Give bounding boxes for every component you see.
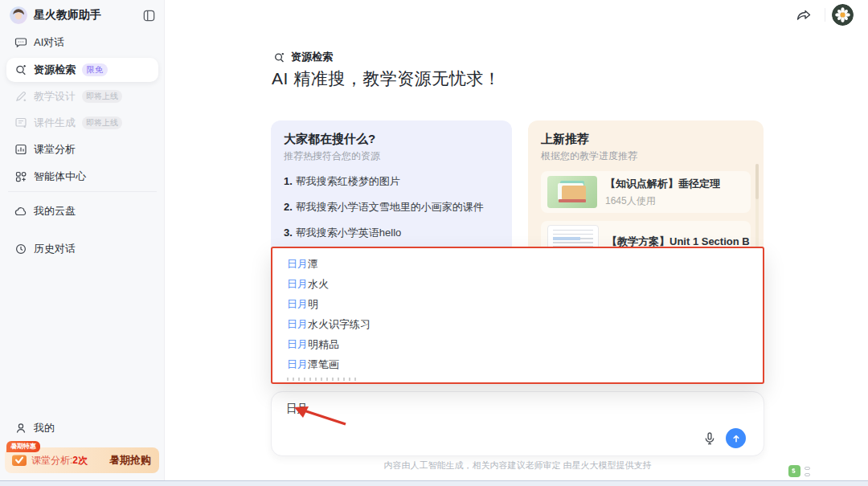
hot-card-title: 大家都在搜什么?: [284, 132, 499, 147]
ai-disclaimer: 内容由人工智能生成，相关内容建议老师审定 由星火大模型提供支持: [271, 459, 764, 472]
hot-item-number: 1.: [284, 175, 293, 187]
free-badge: 限免: [82, 63, 108, 76]
promo-text: 课堂分析:2次: [31, 454, 88, 468]
clipped-suggestion-row: [287, 378, 359, 381]
promo-banner[interactable]: 暑期特惠 课堂分析:2次 暑期抢购: [5, 447, 159, 473]
card-scrollbar[interactable]: [755, 164, 759, 254]
chat-icon: [14, 36, 27, 49]
hot-item-number: 3.: [284, 227, 293, 239]
person-icon: [14, 422, 27, 435]
suggestion-item[interactable]: 日月明: [287, 294, 763, 314]
sidebar-item-mine[interactable]: 我的: [6, 416, 158, 440]
sidebar-item-resource-search[interactable]: 资源检索 限免: [6, 58, 158, 82]
suggestion-dropdown annotation-box: 日月潭 日月水火 日月明 日月水火识字练习 日月明精品 日月潭笔画: [271, 247, 764, 384]
suggestion-item[interactable]: 日月潭: [287, 254, 763, 274]
cloud-icon: [14, 205, 27, 218]
sidebar-item-label: 我的: [34, 421, 55, 435]
suggestion-highlight: 日月: [287, 257, 308, 272]
new-card-subtitle: 根据您的教学进度推荐: [541, 149, 751, 163]
send-button[interactable]: [726, 428, 746, 448]
recommend-item-title: 【知识点解析】垂径定理: [605, 177, 720, 191]
widget-handle-icon[interactable]: [805, 467, 811, 476]
breadcrumb: 资源检索: [273, 50, 333, 64]
suggestion-text: 明精品: [308, 337, 339, 352]
sidebar-item-ai-chat[interactable]: AI对话: [6, 31, 158, 55]
slides-icon: [14, 116, 27, 129]
page-title: AI 精准搜，教学资源无忧求！: [272, 67, 501, 90]
agent-grid-icon: [14, 170, 27, 183]
suggestion-highlight: 日月: [287, 277, 308, 292]
sidebar-item-label: 课堂分析: [34, 142, 76, 157]
suggestion-item[interactable]: 日月潭笔画: [287, 354, 763, 374]
new-card-title: 上新推荐: [541, 132, 751, 147]
pencil-icon: [14, 90, 27, 103]
mic-icon[interactable]: [702, 431, 717, 446]
hot-item-text: 帮我搜索小学英语hello: [296, 227, 401, 239]
suggestion-text: 潭笔画: [308, 357, 339, 372]
suggestion-item[interactable]: 日月明精品: [287, 334, 763, 354]
topbar-divider: [825, 8, 825, 22]
sidebar-item-label: 历史对话: [34, 242, 76, 256]
chart-icon: [14, 143, 27, 156]
sidebar: 星火教师助手 AI对话 资源检索 限免 教学设计 即将上线 课件生成 即将上线: [0, 0, 165, 481]
app-logo: [10, 6, 27, 24]
share-icon[interactable]: [794, 6, 813, 26]
suggestion-text: 明: [308, 297, 318, 312]
history-clock-icon: [14, 243, 27, 255]
recommend-item-usage: 1645人使用: [605, 194, 720, 208]
suggestion-highlight: 日月: [287, 357, 308, 372]
logo-row: 星火教师助手: [10, 5, 156, 26]
suggestion-text: 水火: [308, 277, 329, 292]
hot-search-item[interactable]: 2.帮我搜索小学语文雪地里的小画家的课件: [284, 200, 499, 214]
suggestion-item[interactable]: 日月水火: [287, 274, 763, 294]
sidebar-collapse-icon[interactable]: [142, 9, 156, 22]
sidebar-item-classroom-analysis[interactable]: 课堂分析: [6, 137, 158, 161]
suggestion-highlight: 日月: [287, 317, 308, 332]
hot-search-item[interactable]: 1.帮我搜索红楼梦的图片: [284, 174, 499, 189]
floating-widget[interactable]: [788, 465, 811, 477]
promo-tag: 暑期特惠: [6, 441, 40, 452]
suggestion-text: 水火识字练习: [308, 317, 371, 332]
coming-soon-badge: 即将上线: [82, 90, 122, 103]
hot-search-card: 大家都在搜什么? 推荐热搜符合您的资源 1.帮我搜索红楼梦的图片 2.帮我搜索小…: [271, 120, 512, 261]
suggestion-item[interactable]: 日月水火识字练习: [287, 314, 763, 334]
sidebar-item-teaching-design[interactable]: 教学设计 即将上线: [6, 84, 158, 108]
search-input[interactable]: 日月: [271, 391, 764, 456]
recommend-item[interactable]: 【知识点解析】垂径定理 1645人使用: [541, 171, 751, 213]
hot-item-text: 帮我搜索红楼梦的图片: [296, 175, 400, 187]
app-window: 星火教师助手 AI对话 资源检索 限免 教学设计 即将上线 课件生成 即将上线: [0, 0, 868, 486]
coming-soon-badge: 即将上线: [82, 116, 122, 129]
sidebar-item-label: 资源检索: [34, 63, 76, 77]
sidebar-divider: [8, 191, 157, 192]
sidebar-item-courseware-generation[interactable]: 课件生成 即将上线: [6, 111, 158, 135]
new-recommend-card: 上新推荐 根据您的教学进度推荐 【知识点解析】垂径定理 1645人使用 【教学方…: [528, 120, 764, 261]
hot-card-subtitle: 推荐热搜符合您的资源: [284, 149, 499, 163]
promo-buy-button[interactable]: 暑期抢购: [109, 453, 151, 468]
promo-count: 2次: [72, 455, 88, 466]
sidebar-item-agent-center[interactable]: 智能体中心: [6, 165, 158, 189]
sidebar-item-label: 课件生成: [34, 116, 76, 130]
search-icon: [273, 51, 285, 63]
suggestion-highlight: 日月: [287, 297, 308, 312]
input-value: 日月: [286, 402, 308, 416]
hot-search-item[interactable]: 3.帮我搜索小学英语hello: [284, 226, 499, 240]
sidebar-item-label: 智能体中心: [34, 169, 86, 184]
user-avatar[interactable]: [832, 4, 854, 26]
sidebar-item-cloud-drive[interactable]: 我的云盘: [6, 199, 158, 223]
suggestion-highlight: 日月: [287, 337, 308, 352]
taskbar-edge: [0, 480, 868, 486]
docs-widget-icon[interactable]: [788, 465, 800, 477]
hot-item-number: 2.: [284, 201, 293, 213]
hot-item-text: 帮我搜索小学语文雪地里的小画家的课件: [296, 201, 484, 213]
promo-badge-icon: [11, 453, 27, 468]
sidebar-item-label: 我的云盘: [34, 204, 76, 218]
breadcrumb-label: 资源检索: [291, 50, 333, 64]
sidebar-item-label: 教学设计: [34, 89, 76, 104]
slides-thumbnail: [547, 176, 597, 208]
app-title: 星火教师助手: [34, 8, 136, 22]
sidebar-item-label: AI对话: [34, 35, 64, 50]
search-icon: [14, 63, 27, 76]
sidebar-item-history-chats[interactable]: 历史对话: [6, 237, 158, 261]
suggestion-text: 潭: [308, 257, 318, 272]
